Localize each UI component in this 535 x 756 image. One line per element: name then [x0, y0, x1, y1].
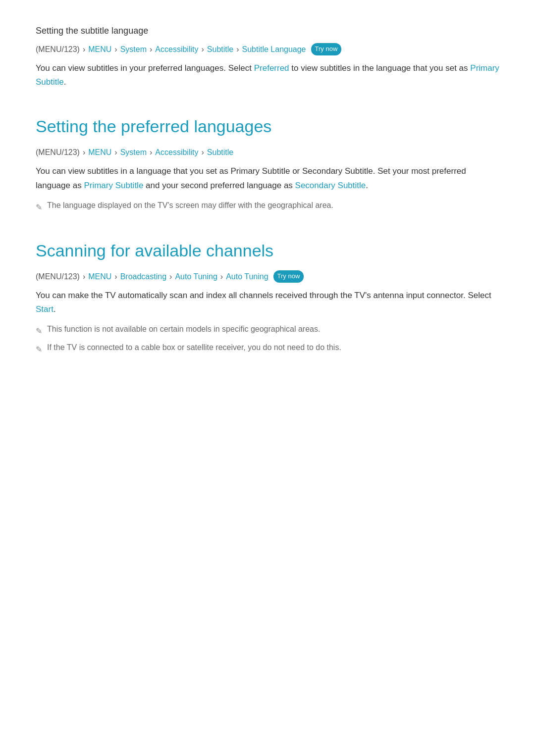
breadcrumb-preferred-languages: (MENU/123) › MENU › System › Accessibili…	[36, 146, 499, 159]
breadcrumb-sep: ›	[114, 146, 117, 159]
breadcrumb-sep: ›	[114, 43, 117, 56]
breadcrumb-sep: ›	[83, 43, 85, 56]
breadcrumb-scanning: (MENU/123) › MENU › Broadcasting › Auto …	[36, 270, 499, 283]
body-text-scanning: You can make the TV automatically scan a…	[36, 289, 499, 316]
section-preferred-languages: Setting the preferred languages (MENU/12…	[36, 113, 499, 213]
breadcrumb-sep: ›	[150, 43, 152, 56]
highlight-secondary-subtitle: Secondary Subtitle	[295, 181, 366, 190]
try-now-badge-subtitle[interactable]: Try now	[311, 43, 342, 55]
section-title-scanning: Scanning for available channels	[36, 237, 499, 264]
breadcrumb-menu-3[interactable]: MENU	[88, 270, 111, 283]
highlight-start: Start	[36, 304, 54, 314]
breadcrumb-sep: ›	[220, 270, 223, 283]
breadcrumb-menu-code-2: (MENU/123)	[36, 146, 80, 159]
breadcrumb-subtitle-language: (MENU/123) › MENU › System › Accessibili…	[36, 43, 499, 56]
breadcrumb-subtitle[interactable]: Subtitle	[207, 43, 233, 56]
note-text-preferred-1: The language displayed on the TV's scree…	[47, 200, 333, 212]
highlight-preferred: Preferred	[254, 63, 289, 73]
breadcrumb-system-2[interactable]: System	[120, 146, 147, 159]
section-title-preferred-languages: Setting the preferred languages	[36, 113, 499, 140]
breadcrumb-sep: ›	[169, 270, 172, 283]
pencil-icon-2: ✎	[36, 325, 42, 338]
note-preferred-1: ✎ The language displayed on the TV's scr…	[36, 200, 499, 214]
breadcrumb-sep: ›	[83, 146, 85, 159]
section-subtitle-language: Setting the subtitle language (MENU/123)…	[36, 24, 499, 89]
note-scanning-2: ✎ If the TV is connected to a cable box …	[36, 342, 499, 356]
body-text-preferred: You can view subtitles in a language tha…	[36, 164, 499, 192]
breadcrumb-sep: ›	[114, 270, 117, 283]
breadcrumb-system[interactable]: System	[120, 43, 147, 56]
highlight-primary-subtitle-2: Primary Subtitle	[84, 181, 143, 190]
breadcrumb-accessibility-2[interactable]: Accessibility	[155, 146, 198, 159]
breadcrumb-sep: ›	[201, 43, 204, 56]
breadcrumb-sep: ›	[150, 146, 152, 159]
pencil-icon: ✎	[36, 201, 42, 214]
note-scanning-1: ✎ This function is not available on cert…	[36, 323, 499, 338]
breadcrumb-menu-code: (MENU/123)	[36, 43, 80, 56]
pencil-icon-3: ✎	[36, 343, 42, 356]
breadcrumb-auto-tuning-1[interactable]: Auto Tuning	[175, 270, 217, 283]
section-scanning-channels: Scanning for available channels (MENU/12…	[36, 237, 499, 355]
breadcrumb-subtitle-language[interactable]: Subtitle Language	[242, 43, 306, 56]
try-now-badge-scanning[interactable]: Try now	[273, 270, 304, 283]
breadcrumb-auto-tuning-2[interactable]: Auto Tuning	[226, 270, 268, 283]
breadcrumb-menu-2[interactable]: MENU	[88, 146, 111, 159]
breadcrumb-menu-code-3: (MENU/123)	[36, 270, 80, 283]
breadcrumb-sep: ›	[83, 270, 85, 283]
breadcrumb-accessibility[interactable]: Accessibility	[155, 43, 198, 56]
breadcrumb-sep: ›	[236, 43, 239, 56]
section-title-small-subtitle: Setting the subtitle language	[36, 24, 499, 38]
breadcrumb-menu[interactable]: MENU	[88, 43, 111, 56]
breadcrumb-broadcasting[interactable]: Broadcasting	[120, 270, 166, 283]
breadcrumb-subtitle-2[interactable]: Subtitle	[207, 146, 233, 159]
breadcrumb-sep: ›	[201, 146, 204, 159]
note-text-scanning-2: If the TV is connected to a cable box or…	[47, 342, 341, 354]
note-text-scanning-1: This function is not available on certai…	[47, 323, 320, 336]
body-text-subtitle: You can view subtitles in your preferred…	[36, 61, 499, 89]
